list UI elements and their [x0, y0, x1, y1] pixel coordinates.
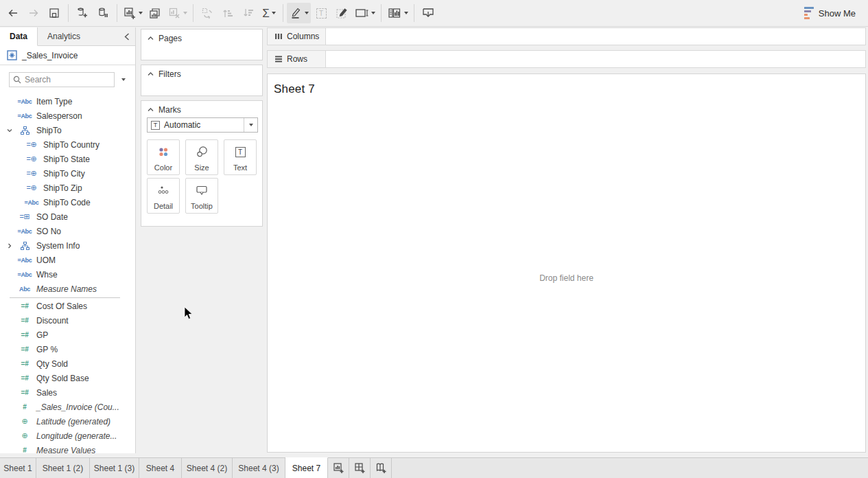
field-item[interactable]: ⊕Longitude (generate... — [0, 429, 135, 443]
field-item[interactable]: =AbcShipTo Code — [0, 195, 135, 209]
show-mark-labels-button[interactable]: T — [311, 3, 331, 23]
detail-button[interactable]: Detail — [147, 178, 180, 214]
totals-button[interactable]: Σ — [259, 3, 279, 23]
sheet-tab[interactable]: Sheet 1 — [0, 458, 36, 478]
size-button[interactable]: Size — [185, 139, 218, 175]
save-button[interactable] — [44, 3, 64, 23]
pages-card[interactable]: Pages — [141, 29, 263, 60]
show-me-button[interactable]: Show Me — [799, 4, 861, 22]
new-dashboard-tab-button[interactable] — [349, 458, 371, 478]
highlight-button[interactable] — [287, 3, 311, 23]
mark-type-dropdown[interactable]: T Automatic — [147, 117, 258, 133]
collapse-chevron-icon[interactable] — [148, 72, 154, 76]
sheet-view[interactable]: Sheet 7 Drop field here — [267, 73, 866, 453]
sheet-tab[interactable]: Sheet 4 (3) — [233, 458, 285, 478]
clear-sheet-button[interactable] — [165, 3, 189, 23]
string-field-icon: =Abc — [13, 257, 36, 264]
number-field-icon: =# — [13, 331, 36, 339]
field-item[interactable]: ⊕Latitude (generated) — [0, 414, 135, 429]
field-item[interactable]: #_Sales_Invoice (Cou... — [0, 400, 135, 414]
format-pen-icon — [335, 6, 349, 20]
expand-chevron-icon[interactable] — [5, 243, 13, 249]
sort-ascending-button[interactable] — [218, 3, 238, 23]
field-item[interactable]: =#Qty Sold — [0, 356, 135, 371]
show-hide-cards-button[interactable] — [385, 3, 410, 23]
color-icon — [158, 140, 169, 163]
sheet-tab[interactable]: Sheet 1 (2) — [36, 458, 90, 478]
format-button[interactable] — [331, 3, 352, 23]
field-item[interactable]: =#Cost Of Sales — [0, 299, 135, 313]
sort-descending-button[interactable] — [238, 3, 259, 23]
collapse-chevron-icon[interactable] — [148, 108, 154, 112]
filters-card[interactable]: Filters — [141, 65, 263, 96]
field-item[interactable]: =⊕ShipTo Country — [0, 137, 135, 152]
search-input[interactable] — [25, 75, 100, 84]
columns-shelf[interactable]: Columns — [267, 27, 866, 45]
field-item[interactable]: =#GP % — [0, 342, 135, 356]
search-options-caret-icon[interactable] — [121, 78, 126, 81]
marks-card: Marks T Automatic Color Size T Text — [141, 100, 263, 227]
field-item[interactable]: =#Sales — [0, 385, 135, 400]
show-me-label: Show Me — [819, 8, 856, 19]
forward-button[interactable] — [23, 3, 44, 23]
back-button[interactable] — [3, 3, 23, 23]
field-item[interactable]: =⊞SO Date — [0, 209, 135, 224]
field-item[interactable]: =AbcWhse — [0, 267, 135, 282]
geo-field-icon: =⊕ — [20, 183, 43, 192]
sheet-tab-active[interactable]: Sheet 7 — [285, 457, 328, 478]
field-list: =AbcItem Type =AbcSalesperson ShipTo =⊕S… — [0, 94, 135, 457]
field-item[interactable]: =#Qty Sold Base — [0, 371, 135, 385]
collapse-chevron-icon[interactable] — [5, 128, 13, 133]
field-item[interactable]: =#GP — [0, 328, 135, 342]
sheet-tab[interactable]: Sheet 4 (2) — [182, 458, 233, 478]
new-worksheet-tab-button[interactable] — [328, 458, 349, 478]
datasource-name: _Sales_Invoice — [22, 51, 78, 60]
presentation-mode-button[interactable] — [418, 3, 438, 23]
datasource-icon — [7, 50, 17, 60]
rows-shelf[interactable]: Rows — [267, 50, 866, 68]
field-item[interactable]: =#Discount — [0, 313, 135, 328]
sigma-icon: Σ — [262, 8, 270, 19]
new-story-tab-button[interactable] — [371, 458, 392, 478]
forward-arrow-icon — [27, 7, 40, 19]
collapse-pane-button[interactable] — [119, 27, 135, 45]
field-item[interactable]: =⊕ShipTo State — [0, 152, 135, 166]
sheet-title: Sheet 7 — [274, 82, 315, 96]
field-item[interactable]: =AbcSalesperson — [0, 109, 135, 123]
duplicate-sheet-button[interactable] — [145, 3, 165, 23]
field-item[interactable]: =AbcSO No — [0, 224, 135, 238]
fit-width-icon — [354, 6, 369, 20]
search-row — [0, 65, 135, 94]
new-data-source-button[interactable] — [72, 3, 93, 23]
swap-rows-columns-button[interactable] — [197, 3, 218, 23]
field-item[interactable]: #Measure Values — [0, 443, 135, 457]
swap-icon — [200, 6, 214, 20]
pause-auto-updates-button[interactable] — [93, 3, 113, 23]
field-item[interactable]: =⊕ShipTo City — [0, 166, 135, 181]
search-box[interactable] — [9, 72, 115, 87]
sheet-tab[interactable]: Sheet 1 (3) — [90, 458, 139, 478]
string-field-icon: Abc — [13, 286, 36, 293]
text-button[interactable]: T Text — [224, 139, 257, 175]
field-item[interactable]: System Info — [0, 238, 135, 253]
field-item[interactable]: ShipTo — [0, 123, 135, 137]
field-item[interactable]: =AbcItem Type — [0, 94, 135, 109]
fit-selector-button[interactable] — [352, 3, 377, 23]
sheet-tab[interactable]: Sheet 4 — [139, 458, 182, 478]
tab-analytics[interactable]: Analytics — [38, 27, 90, 45]
collapse-chevron-icon[interactable] — [148, 36, 154, 41]
field-item[interactable]: =⊕ShipTo Zip — [0, 181, 135, 195]
datasource-item[interactable]: _Sales_Invoice — [0, 46, 135, 65]
presentation-mode-icon — [421, 6, 435, 20]
filters-card-title: Filters — [159, 69, 181, 79]
string-field-icon: =Abc — [13, 98, 36, 105]
tab-data[interactable]: Data — [0, 27, 38, 46]
field-item[interactable]: =AbcUOM — [0, 253, 135, 267]
new-worksheet-button[interactable] — [121, 3, 145, 23]
show-me-icon — [804, 7, 814, 19]
tooltip-button[interactable]: Tooltip — [185, 178, 218, 214]
color-button[interactable]: Color — [147, 139, 180, 175]
field-item[interactable]: AbcMeasure Names — [0, 282, 135, 296]
pages-card-title: Pages — [159, 34, 182, 43]
marks-card-title: Marks — [159, 105, 181, 115]
